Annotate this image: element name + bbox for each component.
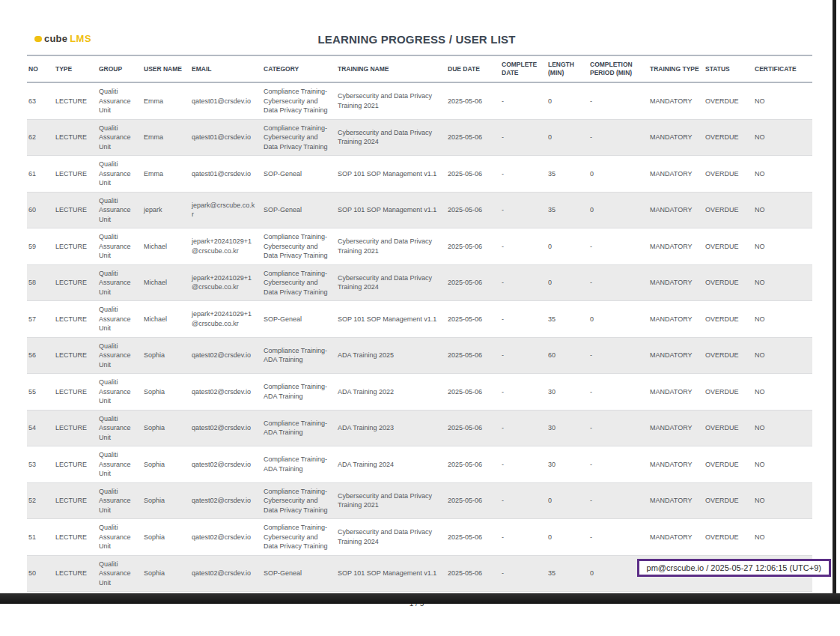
table-row: 61LECTUREQualiti Assurance UnitEmmaqates… — [27, 156, 812, 193]
cell-training-name: SOP 101 SOP Management v1.1 — [336, 192, 446, 228]
cell-complete-date: - — [500, 156, 547, 193]
cell-training-type: MANDATORY — [648, 410, 704, 446]
cell-complete-date: - — [500, 228, 547, 265]
cell-training-type: MANDATORY — [648, 119, 704, 156]
cell-type: LECTURE — [54, 156, 97, 193]
cell-email: jepark+20241029+1@crscube.co.kr — [190, 301, 262, 338]
cell-category: SOP-Geneal — [262, 156, 336, 193]
cell-user-name: Emma — [142, 82, 190, 119]
cell-due-date: 2025-05-06 — [446, 555, 500, 592]
cell-type: LECTURE — [54, 119, 97, 156]
cell-email: qatest02@crsdev.io — [190, 519, 262, 556]
cell-due-date: 2025-05-06 — [446, 519, 500, 556]
cell-no: 61 — [27, 156, 54, 193]
cell-length-min: 35 — [547, 156, 588, 193]
cell-completion-period-min: 0 — [588, 156, 648, 193]
table-row: 52LECTUREQualiti Assurance UnitSophiaqat… — [27, 482, 812, 519]
cell-no: 59 — [27, 228, 54, 265]
cell-certificate: NO — [753, 301, 812, 338]
table-row: 54LECTUREQualiti Assurance UnitSophiaqat… — [27, 410, 812, 446]
cell-completion-period-min: - — [588, 446, 648, 483]
column-header: DUE DATE — [446, 55, 500, 82]
cell-email: jepark@crscube.co.kr — [190, 192, 262, 228]
table-row: 63LECTUREQualiti Assurance UnitEmmaqates… — [27, 82, 812, 119]
cell-certificate: NO — [753, 337, 812, 374]
cell-training-name: ADA Training 2023 — [336, 410, 446, 446]
cell-completion-period-min: - — [588, 482, 648, 519]
cell-group: Qualiti Assurance Unit — [97, 337, 142, 374]
cell-type: LECTURE — [54, 410, 97, 446]
table-row: 56LECTUREQualiti Assurance UnitSophiaqat… — [27, 337, 812, 374]
cell-group: Qualiti Assurance Unit — [97, 192, 142, 228]
column-header: COMPLETION PERIOD (MIN) — [588, 55, 648, 82]
cell-no: 60 — [27, 192, 54, 228]
cell-user-name: Sophia — [142, 410, 190, 446]
cell-category: Compliance Training-ADA Training — [262, 374, 336, 411]
cell-training-type: MANDATORY — [648, 82, 704, 119]
cell-status: OVERDUE — [704, 337, 753, 374]
cell-no: 50 — [27, 555, 54, 592]
cell-group: Qualiti Assurance Unit — [97, 228, 142, 265]
cell-length-min: 0 — [547, 82, 588, 119]
column-header: COMPLETE DATE — [500, 55, 547, 82]
cell-category: SOP-Geneal — [262, 555, 336, 592]
cell-certificate: NO — [753, 192, 812, 228]
column-header: TYPE — [54, 55, 97, 82]
cell-complete-date: - — [500, 446, 547, 483]
cell-group: Qualiti Assurance Unit — [97, 519, 142, 556]
cell-completion-period-min: - — [588, 519, 648, 556]
table-row: 62LECTUREQualiti Assurance UnitEmmaqates… — [27, 119, 812, 156]
cell-category: Compliance Training-ADA Training — [262, 410, 336, 446]
cell-no: 57 — [27, 301, 54, 338]
cell-complete-date: - — [500, 337, 547, 374]
cell-completion-period-min: - — [588, 82, 648, 119]
cell-length-min: 0 — [547, 228, 588, 265]
table-header-row: NOTYPEGROUPUSER NAMEEMAILCATEGORYTRAININ… — [27, 55, 812, 82]
column-header: USER NAME — [142, 55, 190, 82]
cell-email: jepark+20241029+1@crscube.co.kr — [190, 228, 262, 265]
cell-category: Compliance Training-Cybersecurity and Da… — [262, 264, 336, 301]
cell-training-name: Cybersecurity and Data Privacy Training … — [336, 519, 446, 556]
cell-complete-date: - — [500, 82, 547, 119]
cell-training-type: MANDATORY — [648, 156, 704, 193]
cell-status: OVERDUE — [704, 301, 753, 338]
table-body: 63LECTUREQualiti Assurance UnitEmmaqates… — [27, 82, 812, 592]
cell-certificate: NO — [753, 228, 812, 265]
logo-text-lms: LMS — [70, 33, 91, 44]
cell-training-type: MANDATORY — [648, 446, 704, 483]
cell-type: LECTURE — [54, 519, 97, 556]
table-row: 57LECTUREQualiti Assurance UnitMichaelje… — [27, 301, 812, 338]
cell-type: LECTURE — [54, 82, 97, 119]
cell-type: LECTURE — [54, 301, 97, 338]
cell-certificate: NO — [753, 374, 812, 411]
cell-length-min: 60 — [547, 337, 588, 374]
cell-category: SOP-Geneal — [262, 301, 336, 338]
cell-complete-date: - — [500, 192, 547, 228]
cell-status: OVERDUE — [704, 374, 753, 411]
cell-category: Compliance Training-Cybersecurity and Da… — [262, 119, 336, 156]
cell-email: qatest02@crsdev.io — [190, 482, 262, 519]
page-title: LEARNING PROGRESS / USER LIST — [0, 33, 833, 46]
cell-due-date: 2025-05-06 — [446, 264, 500, 301]
cell-category: Compliance Training-Cybersecurity and Da… — [262, 482, 336, 519]
cell-complete-date: - — [500, 374, 547, 411]
cell-complete-date: - — [500, 119, 547, 156]
cell-type: LECTURE — [54, 228, 97, 265]
cell-category: Compliance Training-Cybersecurity and Da… — [262, 228, 336, 265]
cell-status: OVERDUE — [704, 82, 753, 119]
cell-category: Compliance Training-Cybersecurity and Da… — [262, 519, 336, 556]
cell-no: 53 — [27, 446, 54, 483]
cell-status: OVERDUE — [704, 228, 753, 265]
cell-status: OVERDUE — [704, 482, 753, 519]
cell-status: OVERDUE — [704, 192, 753, 228]
cell-group: Qualiti Assurance Unit — [97, 410, 142, 446]
cell-no: 63 — [27, 82, 54, 119]
cell-due-date: 2025-05-06 — [446, 192, 500, 228]
cell-user-name: Sophia — [142, 337, 190, 374]
cell-group: Qualiti Assurance Unit — [97, 446, 142, 483]
cell-training-name: Cybersecurity and Data Privacy Training … — [336, 482, 446, 519]
cell-category: Compliance Training-ADA Training — [262, 337, 336, 374]
cell-training-name: Cybersecurity and Data Privacy Training … — [336, 119, 446, 156]
cell-status: OVERDUE — [704, 264, 753, 301]
cell-completion-period-min: - — [588, 119, 648, 156]
